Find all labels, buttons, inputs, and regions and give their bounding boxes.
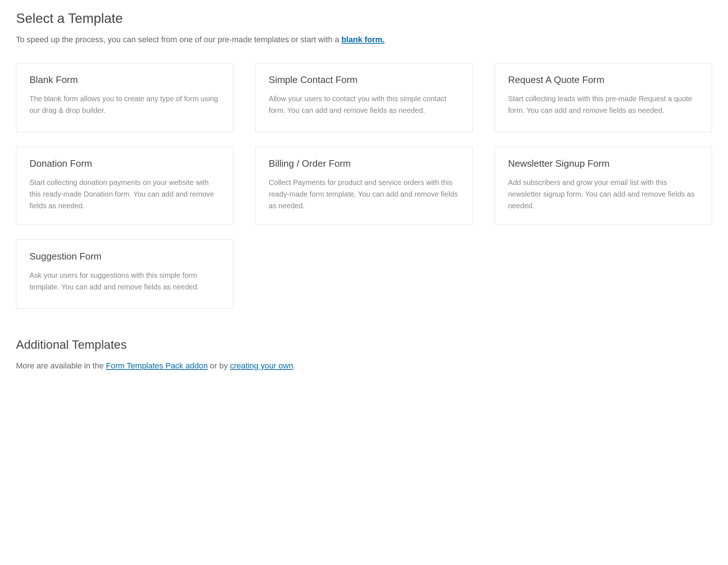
form-templates-pack-link[interactable]: Form Templates Pack addon <box>106 361 208 370</box>
template-card-donation-form[interactable]: Donation Form Start collecting donation … <box>16 147 233 225</box>
template-title: Request A Quote Form <box>508 74 699 86</box>
template-title: Suggestion Form <box>29 251 220 262</box>
template-card-billing-order-form[interactable]: Billing / Order Form Collect Payments fo… <box>255 147 472 225</box>
template-desc: Start collecting donation payments on yo… <box>29 177 220 212</box>
template-desc: Allow your users to contact you with thi… <box>269 93 459 116</box>
additional-text-prefix: More are available in the <box>16 361 106 370</box>
template-title: Donation Form <box>29 158 220 169</box>
template-desc: Add subscribers and grow your email list… <box>508 177 699 212</box>
creating-your-own-link[interactable]: creating your own <box>230 361 293 370</box>
template-card-suggestion-form[interactable]: Suggestion Form Ask your users for sugge… <box>16 240 233 309</box>
template-card-simple-contact-form[interactable]: Simple Contact Form Allow your users to … <box>255 63 472 132</box>
template-title: Newsletter Signup Form <box>508 158 699 169</box>
templates-grid: Blank Form The blank form allows you to … <box>16 63 712 309</box>
additional-text-mid: or by <box>208 361 230 370</box>
blank-form-link[interactable]: blank form. <box>341 35 385 44</box>
additional-templates-title: Additional Templates <box>16 338 712 352</box>
template-title: Simple Contact Form <box>269 74 459 86</box>
template-title: Blank Form <box>29 74 220 86</box>
intro-prefix: To speed up the process, you can select … <box>16 35 341 44</box>
intro-text: To speed up the process, you can select … <box>16 33 712 46</box>
template-desc: Ask your users for suggestions with this… <box>29 269 220 293</box>
additional-templates-text: More are available in the Form Templates… <box>16 360 712 372</box>
template-card-blank-form[interactable]: Blank Form The blank form allows you to … <box>16 63 233 132</box>
template-desc: Start collecting leads with this pre-mad… <box>508 93 699 116</box>
template-card-request-a-quote-form[interactable]: Request A Quote Form Start collecting le… <box>495 63 712 132</box>
template-title: Billing / Order Form <box>269 158 459 169</box>
page-title: Select a Template <box>16 11 712 26</box>
template-desc: The blank form allows you to create any … <box>29 93 220 116</box>
template-card-newsletter-signup-form[interactable]: Newsletter Signup Form Add subscribers a… <box>495 147 712 225</box>
template-desc: Collect Payments for product and service… <box>269 177 459 212</box>
additional-text-suffix: . <box>293 361 295 370</box>
